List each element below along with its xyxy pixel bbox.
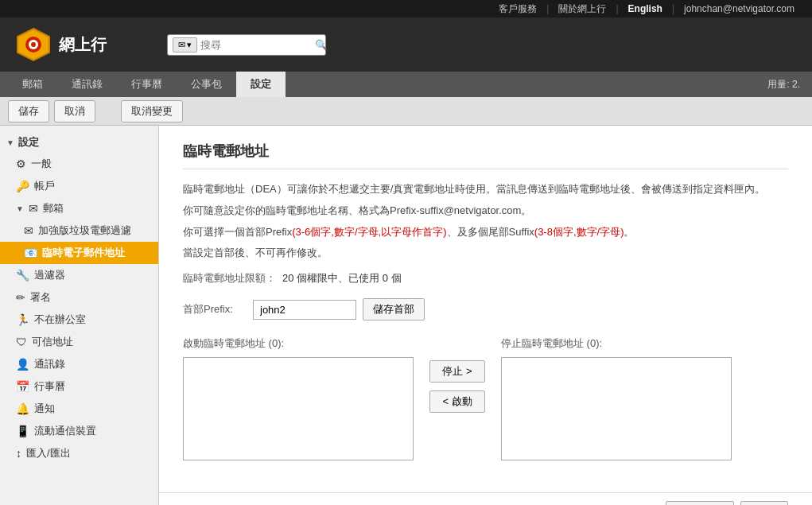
page-title: 臨時電郵地址 (183, 142, 788, 169)
active-list-section: 啟動臨時電郵地址 (0): (183, 336, 414, 460)
filter-icon: 🔧 (16, 269, 29, 282)
logo-icon (16, 27, 51, 62)
discard-button[interactable]: 取消變更 (121, 100, 183, 122)
service-link[interactable]: 客戶服務 (489, 2, 546, 16)
top-bar: 客戶服務 | 關於網上行 | English | johnchan@netvig… (0, 0, 812, 17)
page-content: 臨時電郵地址 臨時電郵地址（DEA）可讓你於不想遞交主要/真實電郵地址時使用。當… (159, 126, 812, 492)
sidebar: ▼ 設定 ⚙ 一般 🔑 帳戶 ▼ ✉ 郵箱 ✉ 加強版垃圾電郵過濾 📧 (0, 126, 159, 505)
dropdown-arrow-icon: ▾ (187, 40, 192, 50)
sidebar-item-label: 郵箱 (43, 201, 64, 216)
section-label: 設定 (18, 135, 39, 150)
active-list-label: 啟動臨時電郵地址 (0): (183, 336, 414, 351)
tab-settings[interactable]: 設定 (236, 72, 286, 97)
sidebar-item-label: 臨時電子郵件地址 (42, 246, 125, 260)
quota-value: 20 個權限中、已使用 0 個 (282, 271, 402, 286)
desc-red-3b: (3-8個字,數字/字母) (534, 226, 624, 238)
sidebar-item-label: 一般 (31, 157, 52, 171)
desc-text-3: 你可選擇一個首部Prefix(3-6個字,數字/字母,以字母作首字)、及多個尾部… (183, 224, 788, 241)
sidebar-item-label: 過濾器 (34, 268, 65, 282)
sidebar-item-label: 加強版垃圾電郵過濾 (38, 223, 131, 238)
desc-normal-3: 你可選擇一個首部Prefix (183, 226, 292, 238)
stop-button[interactable]: 停止 > (429, 360, 485, 383)
sidebar-item-contacts[interactable]: 👤 通訊錄 (0, 353, 158, 375)
sidebar-item-label: 可信地址 (32, 335, 73, 349)
mail-expand-icon: ▼ (16, 204, 24, 213)
user-email[interactable]: johnchan@netvigator.com (674, 3, 804, 14)
sidebar-item-out-of-office[interactable]: 🏃 不在辦公室 (0, 309, 158, 331)
main-panel: 臨時電郵地址 臨時電郵地址（DEA）可讓你於不想遞交主要/真實電郵地址時使用。當… (159, 126, 812, 505)
desc-normal-3b: 、及多個尾部Suffix (447, 226, 534, 238)
sidebar-item-label: 行事曆 (34, 379, 65, 394)
calendar-icon: 📅 (16, 380, 29, 393)
sidebar-item-spam-filter[interactable]: ✉ 加強版垃圾電郵過濾 (0, 219, 158, 242)
nav-tabs: 郵箱 通訊錄 行事曆 公事包 設定 (8, 72, 286, 97)
cancel-button[interactable]: 取消 (54, 100, 95, 122)
sidebar-item-label: 通訊錄 (34, 357, 65, 371)
cancel-action-button[interactable]: 取消 (740, 501, 788, 505)
sidebar-item-mobile[interactable]: 📱 流動通信裝置 (0, 420, 158, 442)
desc-end-3: 。 (624, 226, 634, 238)
signature-icon: ✏ (16, 291, 25, 304)
sidebar-item-mailbox[interactable]: ▼ ✉ 郵箱 (0, 197, 158, 219)
quota-row: 臨時電郵地址限額： 20 個權限中、已使用 0 個 (183, 271, 788, 286)
activate-button[interactable]: < 啟動 (429, 390, 485, 413)
sidebar-item-temp-email[interactable]: 📧 臨時電子郵件地址 (0, 242, 158, 264)
save-button[interactable]: 儲存 (8, 100, 49, 122)
sidebar-item-signature[interactable]: ✏ 署名 (0, 286, 158, 309)
mail-icon: ✉ (178, 40, 185, 50)
search-button[interactable]: 🔍 (315, 39, 328, 51)
about-link[interactable]: 關於網上行 (549, 2, 616, 16)
sidebar-item-label: 署名 (30, 290, 51, 305)
import-export-icon: ↕ (16, 447, 21, 460)
desc-text-2: 你可隨意設定你的臨時電郵地址名稱、格式為Prefix-suffix@netvig… (183, 203, 788, 219)
sidebar-item-accounts[interactable]: 🔑 帳戶 (0, 175, 158, 197)
sidebar-item-general[interactable]: ⚙ 一般 (0, 153, 158, 175)
mail-type-button[interactable]: ✉ ▾ (173, 37, 197, 52)
sidebar-item-calendar[interactable]: 📅 行事曆 (0, 375, 158, 398)
quota-label: 臨時電郵地址限額： (183, 271, 276, 286)
contacts-icon: 👤 (16, 358, 29, 371)
shield-icon: 🛡 (16, 336, 27, 348)
bottom-actions: 儲存更改 取消 (159, 492, 812, 505)
sidebar-item-label: 不在辦公室 (34, 313, 86, 327)
tab-contacts[interactable]: 通訊錄 (57, 72, 117, 97)
top-bar-links: 客戶服務 | 關於網上行 | English | johnchan@netvig… (489, 2, 804, 16)
header: 網上行 ✉ ▾ 🔍 (0, 17, 812, 72)
sidebar-item-label: 匯入/匯出 (26, 446, 71, 460)
logo: 網上行 (16, 27, 119, 62)
inactive-list-box[interactable] (501, 357, 732, 460)
sidebar-item-label: 帳戶 (34, 179, 55, 193)
sidebar-item-import-export[interactable]: ↕ 匯入/匯出 (0, 442, 158, 464)
sidebar-item-notifications[interactable]: 🔔 通知 (0, 398, 158, 420)
save-changes-button[interactable]: 儲存更改 (666, 501, 734, 505)
mail-icon: ✉ (29, 202, 38, 215)
english-link[interactable]: English (619, 3, 672, 14)
active-list-box[interactable] (183, 357, 414, 460)
sidebar-item-trusted-address[interactable]: 🛡 可信地址 (0, 331, 158, 353)
list-controls: 停止 > < 啟動 (414, 336, 501, 413)
logo-text: 網上行 (59, 34, 107, 56)
search-input[interactable] (200, 39, 312, 51)
inactive-list-label: 停止臨時電郵地址 (0): (501, 336, 732, 351)
tab-briefcase[interactable]: 公事包 (177, 72, 236, 97)
gear-icon: ⚙ (16, 157, 26, 170)
triangle-icon: ▼ (6, 138, 14, 147)
temp-email-icon: 📧 (24, 247, 37, 259)
prefix-label: 首部Prefix: (183, 302, 247, 317)
desc-text-4: 當設定首部後、不可再作修改。 (183, 245, 788, 262)
settings-section-title[interactable]: ▼ 設定 (0, 132, 158, 153)
sidebar-item-filter[interactable]: 🔧 過濾器 (0, 264, 158, 286)
tab-calendar[interactable]: 行事曆 (117, 72, 177, 97)
save-prefix-button[interactable]: 儲存首部 (363, 298, 425, 320)
sidebar-item-label: 流動通信裝置 (34, 424, 96, 438)
bell-icon: 🔔 (16, 402, 29, 415)
usage-indicator: 用量: 2. (767, 72, 804, 97)
content-area: ▼ 設定 ⚙ 一般 🔑 帳戶 ▼ ✉ 郵箱 ✉ 加強版垃圾電郵過濾 📧 (0, 126, 812, 505)
prefix-row: 首部Prefix: 儲存首部 (183, 298, 788, 320)
main-nav: 郵箱 通訊錄 行事曆 公事包 設定 用量: 2. (0, 72, 812, 97)
prefix-input[interactable] (253, 300, 356, 320)
desc-red-3: (3-6個字,數字/字母,以字母作首字) (292, 226, 446, 238)
svg-point-3 (31, 42, 36, 47)
description1: 臨時電郵地址（DEA）可讓你於不想遞交主要/真實電郵地址時使用。當訊息傳送到臨時… (183, 181, 788, 262)
tab-mailbox[interactable]: 郵箱 (8, 72, 57, 97)
